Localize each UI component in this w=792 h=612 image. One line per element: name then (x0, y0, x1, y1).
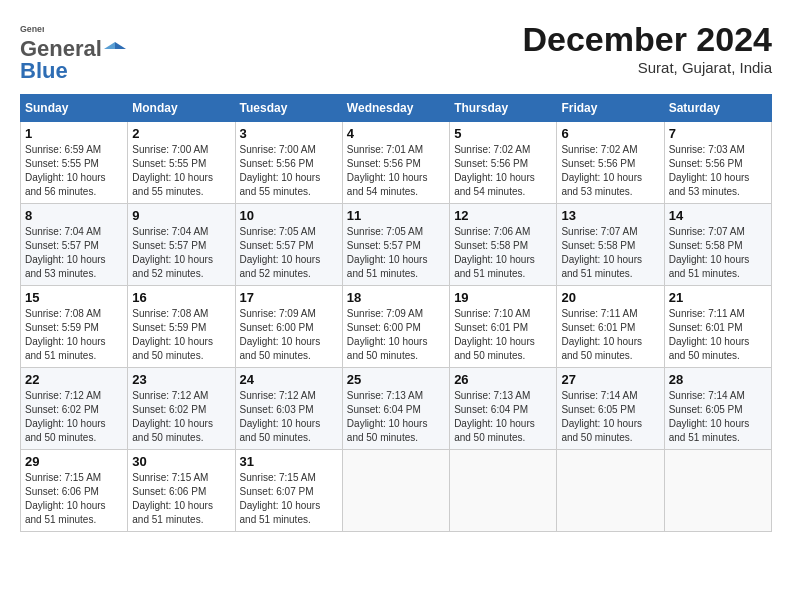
day-number: 2 (132, 126, 230, 141)
calendar-body: 1 Sunrise: 6:59 AM Sunset: 5:55 PM Dayli… (21, 122, 772, 532)
day-detail: Sunrise: 7:09 AM Sunset: 6:00 PM Dayligh… (347, 307, 445, 363)
table-row: 25 Sunrise: 7:13 AM Sunset: 6:04 PM Dayl… (342, 368, 449, 450)
title-section: December 2024 Surat, Gujarat, India (522, 20, 772, 76)
header-sunday: Sunday (21, 95, 128, 122)
day-number: 4 (347, 126, 445, 141)
table-row: 9 Sunrise: 7:04 AM Sunset: 5:57 PM Dayli… (128, 204, 235, 286)
day-detail: Sunrise: 7:02 AM Sunset: 5:56 PM Dayligh… (561, 143, 659, 199)
calendar-week-row: 22 Sunrise: 7:12 AM Sunset: 6:02 PM Dayl… (21, 368, 772, 450)
table-row: 16 Sunrise: 7:08 AM Sunset: 5:59 PM Dayl… (128, 286, 235, 368)
table-row: 17 Sunrise: 7:09 AM Sunset: 6:00 PM Dayl… (235, 286, 342, 368)
day-detail: Sunrise: 7:00 AM Sunset: 5:55 PM Dayligh… (132, 143, 230, 199)
day-number: 30 (132, 454, 230, 469)
table-row: 7 Sunrise: 7:03 AM Sunset: 5:56 PM Dayli… (664, 122, 771, 204)
calendar-week-row: 15 Sunrise: 7:08 AM Sunset: 5:59 PM Dayl… (21, 286, 772, 368)
header-friday: Friday (557, 95, 664, 122)
location: Surat, Gujarat, India (522, 59, 772, 76)
day-number: 22 (25, 372, 123, 387)
table-row: 29 Sunrise: 7:15 AM Sunset: 6:06 PM Dayl… (21, 450, 128, 532)
header-thursday: Thursday (450, 95, 557, 122)
calendar-week-row: 29 Sunrise: 7:15 AM Sunset: 6:06 PM Dayl… (21, 450, 772, 532)
day-number: 25 (347, 372, 445, 387)
day-detail: Sunrise: 7:07 AM Sunset: 5:58 PM Dayligh… (669, 225, 767, 281)
day-number: 10 (240, 208, 338, 223)
day-number: 8 (25, 208, 123, 223)
day-number: 28 (669, 372, 767, 387)
day-detail: Sunrise: 7:12 AM Sunset: 6:03 PM Dayligh… (240, 389, 338, 445)
day-number: 31 (240, 454, 338, 469)
day-number: 29 (25, 454, 123, 469)
day-number: 13 (561, 208, 659, 223)
table-row (450, 450, 557, 532)
table-row: 30 Sunrise: 7:15 AM Sunset: 6:06 PM Dayl… (128, 450, 235, 532)
day-number: 15 (25, 290, 123, 305)
day-detail: Sunrise: 7:15 AM Sunset: 6:06 PM Dayligh… (132, 471, 230, 527)
table-row: 6 Sunrise: 7:02 AM Sunset: 5:56 PM Dayli… (557, 122, 664, 204)
day-number: 21 (669, 290, 767, 305)
table-row (342, 450, 449, 532)
table-row: 22 Sunrise: 7:12 AM Sunset: 6:02 PM Dayl… (21, 368, 128, 450)
table-row: 21 Sunrise: 7:11 AM Sunset: 6:01 PM Dayl… (664, 286, 771, 368)
svg-text:General: General (20, 24, 44, 34)
header-wednesday: Wednesday (342, 95, 449, 122)
day-detail: Sunrise: 7:12 AM Sunset: 6:02 PM Dayligh… (132, 389, 230, 445)
day-detail: Sunrise: 7:07 AM Sunset: 5:58 PM Dayligh… (561, 225, 659, 281)
day-number: 1 (25, 126, 123, 141)
calendar-week-row: 1 Sunrise: 6:59 AM Sunset: 5:55 PM Dayli… (21, 122, 772, 204)
table-row: 3 Sunrise: 7:00 AM Sunset: 5:56 PM Dayli… (235, 122, 342, 204)
logo-icon: General (20, 22, 44, 36)
logo-blue: Blue (20, 58, 68, 84)
day-detail: Sunrise: 7:01 AM Sunset: 5:56 PM Dayligh… (347, 143, 445, 199)
day-detail: Sunrise: 7:09 AM Sunset: 6:00 PM Dayligh… (240, 307, 338, 363)
table-row: 5 Sunrise: 7:02 AM Sunset: 5:56 PM Dayli… (450, 122, 557, 204)
day-number: 17 (240, 290, 338, 305)
day-detail: Sunrise: 7:13 AM Sunset: 6:04 PM Dayligh… (347, 389, 445, 445)
day-number: 6 (561, 126, 659, 141)
day-number: 18 (347, 290, 445, 305)
day-number: 5 (454, 126, 552, 141)
day-number: 24 (240, 372, 338, 387)
table-row: 14 Sunrise: 7:07 AM Sunset: 5:58 PM Dayl… (664, 204, 771, 286)
day-number: 26 (454, 372, 552, 387)
table-row: 8 Sunrise: 7:04 AM Sunset: 5:57 PM Dayli… (21, 204, 128, 286)
day-number: 19 (454, 290, 552, 305)
calendar-table: Sunday Monday Tuesday Wednesday Thursday… (20, 94, 772, 532)
day-number: 12 (454, 208, 552, 223)
calendar-header-row: Sunday Monday Tuesday Wednesday Thursday… (21, 95, 772, 122)
day-detail: Sunrise: 7:11 AM Sunset: 6:01 PM Dayligh… (669, 307, 767, 363)
day-number: 23 (132, 372, 230, 387)
day-detail: Sunrise: 6:59 AM Sunset: 5:55 PM Dayligh… (25, 143, 123, 199)
table-row: 27 Sunrise: 7:14 AM Sunset: 6:05 PM Dayl… (557, 368, 664, 450)
day-detail: Sunrise: 7:04 AM Sunset: 5:57 PM Dayligh… (132, 225, 230, 281)
svg-marker-1 (115, 42, 126, 49)
table-row: 24 Sunrise: 7:12 AM Sunset: 6:03 PM Dayl… (235, 368, 342, 450)
day-number: 9 (132, 208, 230, 223)
table-row: 11 Sunrise: 7:05 AM Sunset: 5:57 PM Dayl… (342, 204, 449, 286)
day-detail: Sunrise: 7:04 AM Sunset: 5:57 PM Dayligh… (25, 225, 123, 281)
day-detail: Sunrise: 7:14 AM Sunset: 6:05 PM Dayligh… (561, 389, 659, 445)
table-row: 23 Sunrise: 7:12 AM Sunset: 6:02 PM Dayl… (128, 368, 235, 450)
table-row: 26 Sunrise: 7:13 AM Sunset: 6:04 PM Dayl… (450, 368, 557, 450)
logo: General General Blue (20, 20, 126, 84)
day-number: 14 (669, 208, 767, 223)
table-row: 4 Sunrise: 7:01 AM Sunset: 5:56 PM Dayli… (342, 122, 449, 204)
day-detail: Sunrise: 7:12 AM Sunset: 6:02 PM Dayligh… (25, 389, 123, 445)
day-detail: Sunrise: 7:00 AM Sunset: 5:56 PM Dayligh… (240, 143, 338, 199)
logo-bird-icon (104, 38, 126, 60)
svg-marker-2 (104, 42, 115, 49)
month-title: December 2024 (522, 20, 772, 59)
day-detail: Sunrise: 7:05 AM Sunset: 5:57 PM Dayligh… (240, 225, 338, 281)
day-detail: Sunrise: 7:02 AM Sunset: 5:56 PM Dayligh… (454, 143, 552, 199)
table-row: 28 Sunrise: 7:14 AM Sunset: 6:05 PM Dayl… (664, 368, 771, 450)
table-row: 1 Sunrise: 6:59 AM Sunset: 5:55 PM Dayli… (21, 122, 128, 204)
day-number: 16 (132, 290, 230, 305)
table-row (664, 450, 771, 532)
day-detail: Sunrise: 7:03 AM Sunset: 5:56 PM Dayligh… (669, 143, 767, 199)
table-row: 15 Sunrise: 7:08 AM Sunset: 5:59 PM Dayl… (21, 286, 128, 368)
table-row: 10 Sunrise: 7:05 AM Sunset: 5:57 PM Dayl… (235, 204, 342, 286)
header-saturday: Saturday (664, 95, 771, 122)
table-row: 18 Sunrise: 7:09 AM Sunset: 6:00 PM Dayl… (342, 286, 449, 368)
day-detail: Sunrise: 7:05 AM Sunset: 5:57 PM Dayligh… (347, 225, 445, 281)
day-detail: Sunrise: 7:08 AM Sunset: 5:59 PM Dayligh… (132, 307, 230, 363)
day-detail: Sunrise: 7:11 AM Sunset: 6:01 PM Dayligh… (561, 307, 659, 363)
